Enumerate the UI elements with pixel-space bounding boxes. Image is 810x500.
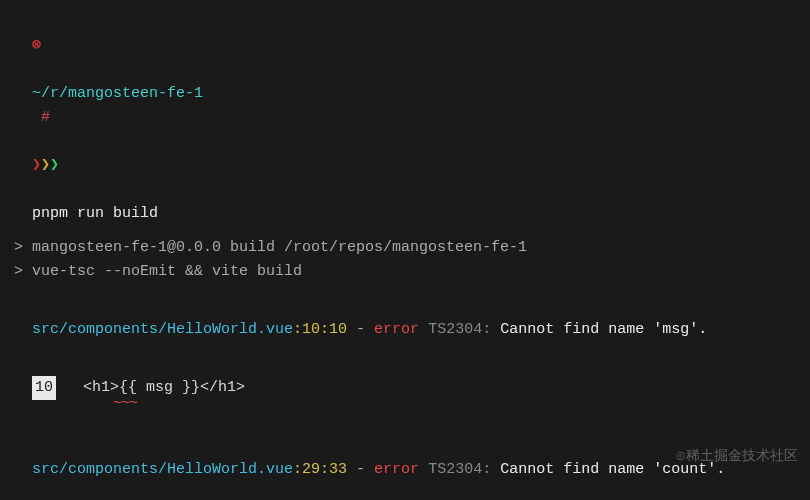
error-pos: 10:10 [302, 321, 347, 338]
error-underline: ~~~ [113, 395, 137, 412]
error-pos: 29:33 [302, 461, 347, 478]
error-location: src/components/HelloWorld.vue:10:10 - er… [14, 294, 796, 342]
error-code: TS2304: [419, 321, 500, 338]
code-line: 10 <h1>{{ msg }}</h1> [14, 352, 796, 400]
code-line: 29 <button type="button" @click="count++… [14, 492, 796, 500]
error-code: TS2304: [419, 461, 500, 478]
error-label: error [374, 461, 419, 478]
prompt-cwd: ~/r/mangosteen-fe-1 [32, 85, 203, 102]
code-snippet: <h1>{{ msg }}</h1> [83, 379, 245, 396]
prompt-hash: # [32, 109, 50, 126]
command-text: pnpm run build [32, 205, 158, 222]
error-message: Cannot find name 'msg'. [500, 321, 707, 338]
line-number: 10 [32, 376, 56, 400]
watermark: ⊙稀土掘金技术社区 [675, 444, 798, 466]
build-header-2: > vue-tsc --noEmit && vite build [14, 260, 796, 284]
error-file: src/components/HelloWorld.vue [32, 461, 293, 478]
prompt-line[interactable]: ⊗ ~/r/mangosteen-fe-1 # ❯❯❯ pnpm run bui… [14, 10, 796, 226]
error-file: src/components/HelloWorld.vue [32, 321, 293, 338]
error-label: error [374, 321, 419, 338]
prompt-status-icon: ⊗ [32, 37, 41, 54]
build-header-1: > mangosteen-fe-1@0.0.0 build /root/repo… [14, 236, 796, 260]
prompt-arrows: ❯❯❯ [32, 157, 59, 174]
squiggle-line: ~~~ [14, 400, 796, 424]
